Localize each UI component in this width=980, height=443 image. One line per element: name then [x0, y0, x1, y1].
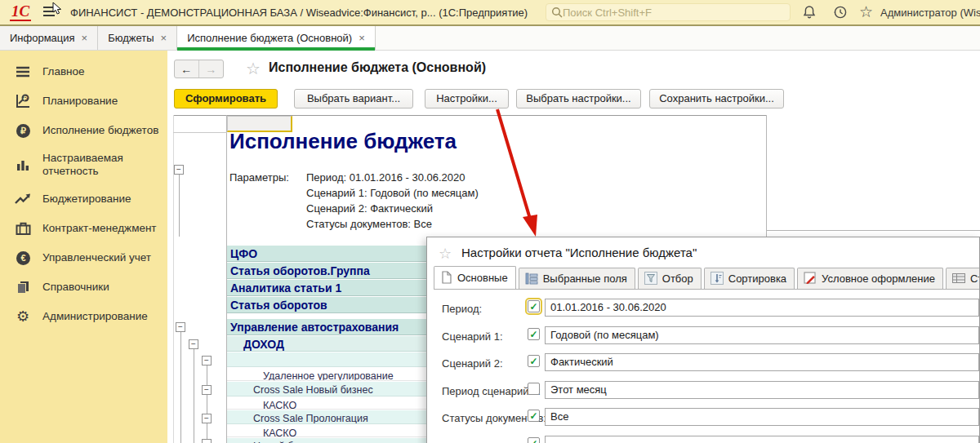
table-row[interactable]: ДОХОД	[227, 336, 427, 352]
title-bar: 1С ФИНАНСИСТ - ДЕМОНСТРАЦИОННАЯ БАЗА / W…	[0, 0, 980, 24]
checkbox-extra[interactable]: ✓	[528, 437, 540, 443]
field-doc-statuses[interactable]: Все	[545, 408, 979, 426]
choose-settings-button[interactable]: Выбрать настройки...	[516, 89, 641, 109]
dialog-tab-label: Выбранные поля	[543, 272, 627, 285]
report-settings-dialog: ☆ Настройки отчета "Исполнение бюджета" …	[426, 237, 980, 443]
svg-text:€: €	[20, 253, 25, 263]
back-button[interactable]: ←	[175, 60, 199, 78]
field-label-period: Период:	[442, 303, 482, 315]
expander-minus[interactable]: −	[202, 385, 212, 395]
table-row[interactable]: Статья оборотов.Группа	[227, 263, 427, 279]
dialog-tab-label: Основные	[457, 272, 508, 284]
sidebar-item-administrirovanie[interactable]: ⚙ Администрирование	[0, 302, 167, 331]
tree-line	[180, 332, 181, 443]
sidebar-item-spravochniki[interactable]: Справочники	[0, 272, 167, 302]
forward-button[interactable]: →	[199, 60, 223, 78]
sidebar-item-kontrakt-menedzhment[interactable]: Контракт-менеджмент	[0, 214, 167, 243]
table-row[interactable]: Аналитика статьи 1	[227, 280, 427, 296]
expander-minus[interactable]: −	[174, 165, 184, 175]
table-row[interactable]: Управление автострахования	[227, 319, 427, 335]
dialog-tab-otbor[interactable]: Отбор	[638, 268, 702, 289]
close-icon[interactable]: ×	[82, 32, 88, 44]
checkbox-scenario2[interactable]: ✓	[528, 355, 540, 367]
dialog-tab-vybrannye-polya[interactable]: Выбранные поля	[519, 268, 635, 289]
bar-chart-icon	[15, 157, 31, 173]
svg-text:₽: ₽	[20, 126, 26, 135]
table-row[interactable]	[227, 352, 427, 367]
sidebar-item-label: Исполнение бюджетов	[42, 124, 161, 137]
dialog-tab-osnovnye[interactable]: Основные	[434, 266, 516, 289]
tab-byudzhety[interactable]: Бюджеты ×	[98, 26, 177, 50]
close-icon[interactable]: ×	[161, 32, 167, 44]
checkbox-scenario1[interactable]: ✓	[528, 328, 540, 340]
field-label-scenario1: Сценарий 1:	[442, 330, 503, 343]
table-row[interactable]: КАСКО	[227, 397, 427, 410]
sidebar-item-upravlencheskiy-uchet[interactable]: € Управленческий учет	[0, 243, 167, 272]
dialog-tab-sortirovka[interactable]: Сортировка	[704, 268, 795, 289]
settings-button[interactable]: Настройки...	[425, 89, 509, 109]
favorite-star-icon[interactable]: ☆	[246, 59, 261, 78]
close-icon[interactable]: ×	[359, 32, 365, 44]
field-extra[interactable]	[545, 436, 979, 443]
sidebar-item-label: Управленческий учет	[42, 251, 161, 264]
global-search[interactable]	[546, 3, 791, 21]
table-row[interactable]: Cross Sale Новый бизнес	[227, 382, 427, 396]
tab-ispolnenie-byudzheta[interactable]: Исполнение бюджета (Основной) ×	[177, 26, 376, 50]
sidebar-item-ispolnenie-byudzhetov[interactable]: ₽ Исполнение бюджетов	[0, 116, 167, 145]
books-icon	[15, 279, 31, 295]
table-row[interactable]: Статья оборотов	[227, 297, 427, 313]
field-period-scenario2[interactable]: Этот месяц	[545, 381, 979, 399]
field-period[interactable]: 01.01.2016 - 30.06.2020	[545, 299, 979, 317]
dialog-tab-label: Условное оформление	[822, 272, 935, 285]
page-title: Исполнение бюджета (Основной)	[269, 60, 486, 75]
save-settings-button[interactable]: Сохранить настройки...	[649, 89, 784, 109]
nav-history-group: ← →	[174, 60, 224, 78]
generate-button[interactable]: Сформировать	[174, 89, 278, 109]
dialog-tab-struktura[interactable]: Стр	[946, 268, 980, 289]
notifications-bell-icon[interactable]	[802, 5, 817, 20]
report-param: Сценарий 2: Фактический	[306, 202, 433, 215]
svg-text:₽: ₽	[24, 95, 28, 102]
expander-minus[interactable]: −	[176, 322, 185, 332]
checkbox-period[interactable]: ✓	[528, 300, 540, 312]
tab-informatsiya[interactable]: Информация ×	[0, 26, 98, 50]
field-scenario2[interactable]: Фактический	[545, 353, 979, 371]
dialog-title: Настройки отчета "Исполнение бюджета"	[461, 246, 697, 259]
sidebar-item-label: Планирование	[42, 95, 161, 108]
sidebar-item-byudzhetirovanie[interactable]: Бюджетирование	[0, 184, 167, 214]
favorites-star-icon[interactable]: ☆	[859, 2, 873, 21]
field-label-period-scenario2: Период сценарий 2:	[442, 385, 541, 397]
checkbox-doc-statuses[interactable]: ✓	[528, 410, 540, 422]
checkbox-period-scenario2[interactable]	[528, 383, 540, 395]
expander-minus[interactable]: −	[202, 439, 212, 443]
history-icon[interactable]	[833, 5, 848, 20]
field-scenario1[interactable]: Годовой (по месяцам)	[545, 326, 979, 344]
tab-label: Информация	[10, 32, 75, 44]
table-row[interactable]: Удаленное урегулирование	[227, 368, 427, 381]
sidebar-item-planirovanie[interactable]: ₽ Планирование	[0, 86, 167, 116]
sidebar-item-label: Администрирование	[42, 310, 161, 323]
app-window: 1С ФИНАНСИСТ - ДЕМОНСТРАЦИОННАЯ БАЗА / W…	[0, 0, 980, 443]
field-label-scenario2: Сценарий 2:	[442, 357, 503, 370]
briefcase-icon	[15, 220, 31, 237]
current-user[interactable]: Администратор (WiseA	[880, 7, 980, 19]
sidebar-item-glavnoe[interactable]: Главное	[0, 57, 167, 86]
ruble-circle-icon: ₽	[15, 122, 31, 139]
search-input[interactable]	[563, 7, 775, 19]
choose-variant-button[interactable]: Выбрать вариант...	[294, 89, 413, 109]
table-row[interactable]: Cross Sale Пролонгация	[227, 410, 427, 424]
1c-logo-icon: 1С	[10, 3, 31, 21]
sidebar-item-label: Контракт-менеджмент	[42, 222, 161, 235]
menu-icon	[15, 64, 31, 80]
expander-minus[interactable]: −	[202, 356, 212, 365]
report-param: Сценарий 1: Годовой (по месяцам)	[306, 187, 479, 199]
tab-label: Бюджеты	[108, 32, 154, 44]
dialog-tab-uslovnoe-oformlenie[interactable]: Условное оформление	[797, 268, 943, 289]
table-row[interactable]: КАСКО	[227, 425, 427, 437]
expander-minus[interactable]: −	[189, 339, 198, 349]
table-row[interactable]: ЦФО	[227, 246, 427, 262]
sidebar-item-nastraivaemaya-otchetnost[interactable]: Настраиваемая отчетность	[0, 145, 167, 184]
table-row[interactable]: Новый бизнес	[227, 438, 427, 443]
dialog-favorite-star-icon[interactable]: ☆	[439, 245, 452, 263]
expander-minus[interactable]: −	[202, 414, 212, 423]
